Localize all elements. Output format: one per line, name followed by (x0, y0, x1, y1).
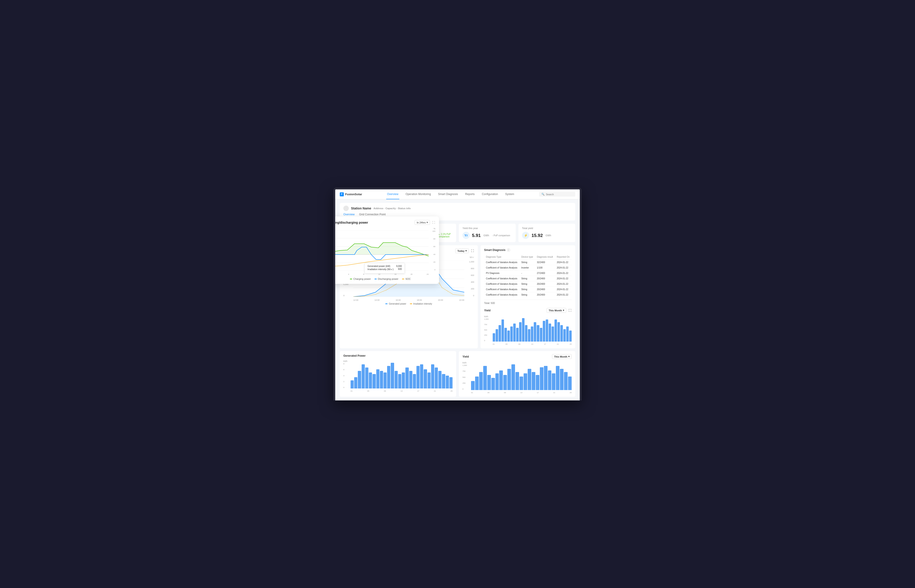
stat-change-year: - PoP comparison (492, 234, 510, 237)
stat-unit-total: GWh (546, 234, 551, 237)
col-device-type: Device type (520, 254, 535, 260)
bar (532, 372, 535, 390)
bar (402, 372, 405, 388)
chevron-down-icon-yield: ▾ (563, 309, 564, 312)
bar (524, 373, 527, 390)
bar (405, 367, 408, 388)
bar (416, 366, 419, 388)
bar (413, 374, 416, 388)
bar (512, 364, 515, 390)
yield-y-unit: kWh (484, 315, 572, 318)
bar (499, 325, 501, 342)
bar (354, 377, 357, 388)
stat-unit-year: GWh (483, 234, 489, 237)
bottom-right-title: Yield This Month ▾ (462, 354, 572, 359)
bar (483, 366, 487, 390)
bar (475, 376, 479, 390)
bar (380, 371, 383, 388)
stat-label-year: Yield this year (462, 227, 512, 229)
bar (503, 375, 507, 390)
stat-label-total: Total yield (522, 227, 572, 229)
charging-expand-icon[interactable]: ⛶ (432, 221, 436, 225)
bar (522, 318, 525, 342)
bar (496, 373, 499, 390)
legend-generated: Generated power (385, 302, 406, 305)
bar (544, 366, 547, 390)
charging-chart: 600 400 200 0 -200 100 80 60 40 20 0 (334, 230, 436, 275)
bottom-left-title: Generated Power (343, 354, 453, 357)
y-axis-right: 1,000 800 600 400 200 0 (465, 261, 474, 297)
yield-expand-icon[interactable]: ⛶ (568, 309, 572, 312)
bottom-right-card: Yield This Month ▾ kWh 1,000 750 (459, 351, 575, 397)
bar (496, 329, 498, 342)
col-diagnosis-type: Diagnosis Type (484, 254, 520, 260)
bar (428, 372, 431, 388)
stat-value-row-year: Yr 5.91 GWh - PoP comparison (462, 232, 512, 239)
bar (560, 369, 564, 390)
bar (554, 320, 557, 342)
bar (531, 326, 533, 342)
bottom-left-y-unit: kWh (343, 360, 453, 362)
bar (549, 323, 551, 342)
bar (569, 331, 572, 342)
bar (438, 371, 442, 388)
bar (499, 370, 503, 390)
table-row: Coefficient of Variation AnalysisString2… (484, 276, 572, 281)
search-bar[interactable]: 🔍 (539, 192, 575, 197)
stat-card-total: Total yield ⚡ 15.92 GWh (518, 224, 575, 242)
smart-diagnosis-title-left: Smart Diagnosis i (484, 249, 510, 252)
bottom-left-chart: 8 6 4 2 0 01050913172125 (343, 363, 453, 392)
legend-soc: SOC (402, 278, 411, 280)
stat-number-total: 15.92 (531, 233, 543, 238)
this-month-dropdown[interactable]: This Month ▾ (547, 308, 566, 313)
col-diagnosis-result: Diagnosis result (535, 254, 555, 260)
this-month-dropdown-2[interactable]: This Month ▾ (552, 354, 572, 359)
chevron-down-icon-charging: ▾ (427, 221, 428, 224)
bar (471, 381, 475, 390)
diagnosis-table: Diagnosis Type Device type Diagnosis res… (484, 254, 572, 297)
yield-card-title: Yield This Month ▾ ⛶ (484, 308, 572, 313)
legend-irradiation: Irradiation intensity (410, 302, 432, 305)
bar (449, 377, 453, 388)
legend-charging: Charging power (350, 278, 371, 280)
search-input[interactable] (546, 193, 573, 196)
bar (372, 374, 376, 388)
station-meta: Address · Capacity · Status info (373, 207, 411, 210)
bar (507, 331, 510, 342)
avatar (343, 206, 349, 211)
nav-system[interactable]: System (504, 189, 515, 199)
bar (487, 375, 491, 390)
nav-bar: F FusionSolar Overview Operation Monitor… (335, 189, 580, 199)
charging-header: Charging/discharging power In 24hrs ▾ ⛶ (334, 220, 436, 225)
bar (424, 369, 427, 389)
table-row: Coefficient of Variation AnalysisString2… (484, 281, 572, 287)
bar (552, 326, 554, 342)
bar (479, 372, 483, 390)
chart-legend: Generated power Irradiation intensity (343, 302, 474, 305)
expand-icon[interactable]: ⛶ (471, 249, 474, 253)
bar (536, 375, 539, 390)
bar (556, 366, 559, 390)
bar (525, 325, 528, 342)
charging-overlay-card: Charging/discharging power In 24hrs ▾ ⛶ … (334, 216, 439, 284)
bar (351, 380, 354, 388)
stat-change-month: ▲ 2.1% PoP comparison (438, 233, 453, 238)
info-icon[interactable]: i (507, 249, 510, 252)
nav-configuration[interactable]: Configuration (481, 189, 499, 199)
today-dropdown[interactable]: Today ▾ (455, 249, 469, 253)
nav-operation-monitoring[interactable]: Operation Monitoring (405, 189, 432, 199)
nav-overview[interactable]: Overview (386, 189, 399, 199)
bar (552, 373, 555, 390)
bar (362, 364, 365, 388)
bar (358, 371, 361, 388)
table-row: Coefficient of Variation AnalysisString2… (484, 287, 572, 292)
bar (548, 370, 552, 390)
diagnosis-total: Total: 500 (484, 300, 572, 304)
nav-links: Overview Operation Monitoring Smart Diag… (369, 189, 533, 199)
chevron-down-icon-2: ▾ (568, 355, 570, 358)
logo-icon: F (340, 192, 344, 196)
nav-smart-diagnosis[interactable]: Smart Diagnosis (437, 189, 459, 199)
charging-dropdown[interactable]: In 24hrs ▾ (415, 220, 430, 225)
bar (493, 333, 495, 342)
nav-reports[interactable]: Reports (464, 189, 476, 199)
